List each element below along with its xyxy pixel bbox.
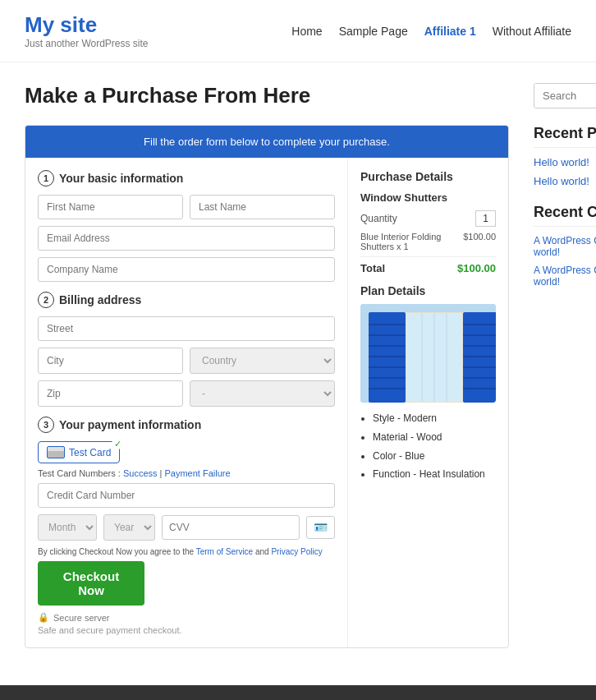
total-value: $100.00 — [457, 262, 496, 274]
purchase-right: Purchase Details Window Shutters Quantit… — [348, 158, 508, 647]
city-country-row: Country — [38, 348, 335, 374]
step1-circle: 1 — [38, 170, 54, 187]
qty-label: Quantity — [360, 213, 397, 224]
card-flip-icon: 🪪 — [306, 516, 335, 539]
content-area: Make a Purchase From Here Fill the order… — [25, 83, 509, 648]
agree-before: By clicking Checkout Now you agree to th… — [38, 547, 196, 556]
qty-row: Quantity 1 — [360, 210, 496, 227]
test-card-text: Test Card Numbers : — [38, 468, 123, 478]
nav-sample[interactable]: Sample Page — [339, 25, 408, 38]
step3-circle: 3 — [38, 417, 54, 433]
purchase-details-title: Purchase Details — [360, 170, 496, 183]
step1-title: Your basic information — [59, 172, 183, 185]
search-box: 🔍 — [534, 83, 596, 108]
year-select[interactable]: Year — [103, 514, 155, 541]
product-title: Window Shutters — [360, 191, 496, 204]
recent-posts-title: Recent Posts — [534, 125, 596, 148]
feature-3: Color - Blue — [373, 447, 496, 466]
order-inner: 1 Your basic information 2 Billing addre… — [25, 158, 508, 647]
feature-1: Style - Modern — [373, 409, 496, 428]
order-box: Fill the order form below to complete yo… — [25, 125, 509, 648]
test-card-failure-link[interactable]: Payment Failure — [164, 468, 230, 478]
street-input[interactable] — [38, 316, 335, 341]
city-input[interactable] — [38, 348, 183, 374]
zip-input[interactable] — [38, 380, 183, 407]
search-input[interactable] — [534, 84, 596, 108]
nav-affiliate1[interactable]: Affiliate 1 — [424, 25, 476, 38]
company-input[interactable] — [38, 257, 335, 282]
sidebar: 🔍 Recent Posts Hello world! Hello world!… — [534, 83, 596, 648]
recent-post-2[interactable]: Hello world! — [534, 175, 596, 187]
last-name-input[interactable] — [190, 195, 335, 219]
card-badge[interactable]: Test Card ✓ — [38, 441, 120, 463]
feature-2: Material - Wood — [373, 428, 496, 447]
tos-link[interactable]: Term of Service — [196, 547, 253, 556]
recent-post-1[interactable]: Hello world! — [534, 156, 596, 168]
item-label: Blue Interior Folding Shutters x 1 — [360, 232, 460, 251]
first-name-input[interactable] — [38, 195, 183, 219]
email-input[interactable] — [38, 226, 335, 251]
plan-image — [360, 304, 496, 403]
qty-value: 1 — [475, 210, 496, 227]
step1-header: 1 Your basic information — [38, 170, 335, 187]
secure-note: Safe and secure payment checkout. — [38, 625, 335, 635]
privacy-link[interactable]: Privacy Policy — [271, 547, 322, 556]
cvv-input[interactable] — [162, 515, 300, 540]
card-label: Test Card — [69, 447, 111, 458]
comment-2: A WordPress Commenter on Hello world! — [534, 265, 596, 288]
step3-title: Your payment information — [59, 418, 201, 431]
country-select[interactable]: Country — [190, 348, 335, 374]
nav-home[interactable]: Home — [291, 25, 322, 38]
plan-title: Plan Details — [360, 284, 496, 297]
header: My site Just another WordPress site Home… — [0, 0, 596, 62]
lock-icon: 🔒 — [38, 612, 49, 623]
comment-2-author[interactable]: A WordPress Commenter — [534, 265, 596, 276]
card-check-icon: ✓ — [112, 438, 123, 449]
main-nav: Home Sample Page Affiliate 1 Without Aff… — [291, 25, 571, 38]
main-wrapper: Make a Purchase From Here Fill the order… — [0, 62, 596, 669]
and-text: and — [255, 547, 271, 556]
form-left: 1 Your basic information 2 Billing addre… — [25, 158, 348, 647]
total-row: Total $100.00 — [360, 256, 496, 274]
plan-features-list: Style - Modern Material - Wood Color - B… — [360, 409, 496, 484]
zip-row: - — [38, 380, 335, 407]
card-icon — [47, 446, 65, 458]
step2-circle: 2 — [38, 292, 54, 308]
item-price: $100.00 — [463, 232, 496, 242]
feature-4: Function - Heat Insulation — [373, 465, 496, 484]
agree-text: By clicking Checkout Now you agree to th… — [38, 547, 335, 556]
test-card-success-link[interactable]: Success — [123, 468, 158, 478]
step2-title: Billing address — [59, 293, 141, 306]
secure-row: 🔒 Secure server — [38, 612, 335, 623]
test-card-row: Test Card Numbers : Success | Payment Fa… — [38, 468, 335, 478]
site-title[interactable]: My site — [25, 12, 149, 38]
page-heading: Make a Purchase From Here — [25, 83, 509, 108]
step3-header: 3 Your payment information — [38, 417, 335, 433]
secure-label: Secure server — [53, 613, 109, 623]
name-row — [38, 195, 335, 219]
shutter-svg — [360, 304, 496, 403]
month-select[interactable]: Month — [38, 514, 97, 541]
zip-select2[interactable]: - — [190, 380, 335, 407]
nav-without-affiliate[interactable]: Without Affiliate — [493, 25, 571, 38]
cc-number-input[interactable] — [38, 483, 335, 508]
recent-comments-section: Recent Comments A WordPress Commenter on… — [534, 204, 596, 288]
checkout-button[interactable]: Checkout Now — [38, 561, 144, 606]
card-details-row: Month Year 🪪 — [38, 514, 335, 541]
footer: Colorway Theme Footer is widgetized. To … — [0, 685, 596, 700]
step2-header: 2 Billing address — [38, 292, 335, 308]
comment-1-author[interactable]: A WordPress Commenter — [534, 235, 596, 246]
item-row: Blue Interior Folding Shutters x 1 $100.… — [360, 232, 496, 251]
recent-comments-title: Recent Comments — [534, 204, 596, 227]
total-label: Total — [360, 262, 385, 274]
site-tagline: Just another WordPress site — [25, 38, 149, 49]
recent-posts-section: Recent Posts Hello world! Hello world! — [534, 125, 596, 187]
order-banner: Fill the order form below to complete yo… — [25, 126, 508, 158]
comment-1: A WordPress Commenter on Hello world! — [534, 235, 596, 258]
